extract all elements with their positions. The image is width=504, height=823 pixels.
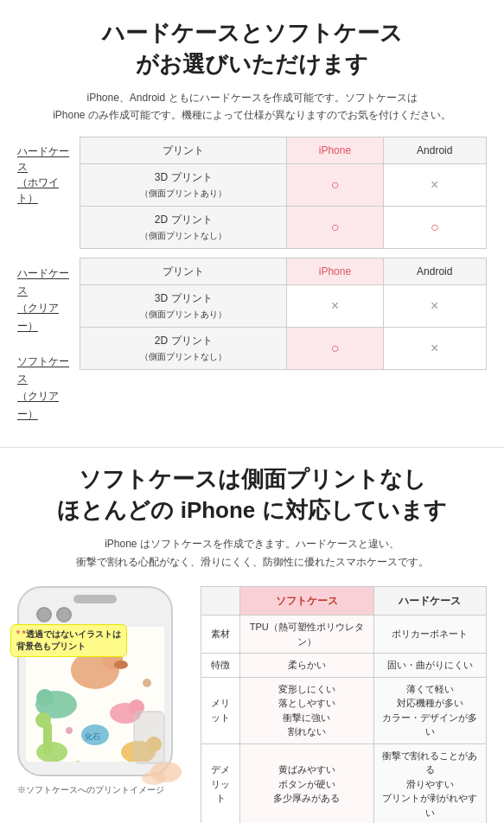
table1: プリント iPhone Android 3D プリント（側面プリントあり） ○ … xyxy=(80,137,487,249)
col-android-2: Android xyxy=(383,258,486,284)
cell-hard-material: ポリカーボネート xyxy=(373,616,486,654)
cell-print: 3D プリント（側面プリントあり） xyxy=(80,163,287,206)
lower-area: *透過ではないイラストは背景色もプリント xyxy=(17,586,487,823)
table1-outer: ハードケース（ホワイト） プリント iPhone Android 3D プリント… xyxy=(17,137,487,249)
section2: ソフトケースは側面プリントなしほとんどの iPhone に対応しています iPh… xyxy=(0,463,504,823)
camera-lens-1 xyxy=(36,607,52,622)
table-row-merit: メリット 変形しにくい落としやすい衝撃に強い割れない 薄くて軽い対応機種が多いカ… xyxy=(201,677,487,743)
col-iphone-2: iPhone xyxy=(287,258,383,284)
phone-image-column: *透過ではないイラストは背景色もプリント xyxy=(17,586,190,796)
section2-desc: iPhone はソフトケースを作成できます。ハードケースと違い、 衝撃で割れる心… xyxy=(17,535,487,572)
table-row: 2D プリント（側面プリントなし） ○ ○ xyxy=(80,206,487,248)
cell-soft-merit: 変形しにくい落としやすい衝撃に強い割れない xyxy=(240,677,374,743)
cell-iphone: ○ xyxy=(287,163,383,206)
section1-title: ハードケースとソフトケースがお選びいただけます xyxy=(17,17,487,80)
cell-soft-feature: 柔らかい xyxy=(240,654,374,678)
section2-title: ソフトケースは側面プリントなしほとんどの iPhone に対応しています xyxy=(17,463,487,526)
svg-point-20 xyxy=(142,771,166,785)
col-android-1: Android xyxy=(383,137,486,163)
hard-white-label: ハードケース（ホワイト） xyxy=(17,145,69,204)
col-empty xyxy=(201,587,240,616)
section1: ハードケースとソフトケースがお選びいただけます iPhone、Android と… xyxy=(0,0,504,431)
col-iphone-1: iPhone xyxy=(287,137,383,163)
cell-android: × xyxy=(383,327,486,369)
label-demerit: デメリット xyxy=(201,743,240,823)
svg-point-3 xyxy=(114,660,128,669)
cell-hard-feature: 固い・曲がりにくい xyxy=(373,654,486,678)
cell-soft-demerit: 黄ばみやすいボタンが硬い多少厚みがある xyxy=(240,743,374,823)
table2-outer: ハードケース（クリアー） ソフトケース（クリアー） プリント iPhone An… xyxy=(17,258,487,424)
soft-clear-label: ソフトケース（クリアー） xyxy=(17,355,69,420)
table2-side-label: ハードケース（クリアー） ソフトケース（クリアー） xyxy=(17,258,80,424)
cell-iphone: ○ xyxy=(287,327,383,369)
table2: プリント iPhone Android 3D プリント（側面プリントあり） × … xyxy=(80,258,487,370)
table-row-material: 素材 TPU（熱可塑性ポリウレタン） ポリカーボネート xyxy=(201,616,487,654)
cell-print: 3D プリント（側面プリントあり） xyxy=(80,284,287,327)
table-row: 3D プリント（側面プリントあり） ○ × xyxy=(80,163,487,206)
svg-rect-18 xyxy=(134,711,164,763)
col-soft-case: ソフトケース xyxy=(240,587,374,616)
sticker-note: *透過ではないイラストは背景色もプリント xyxy=(10,624,127,657)
camera-lens-2 xyxy=(56,607,72,622)
table-row-feature: 特徴 柔らかい 固い・曲がりにくい xyxy=(201,654,487,678)
label-material: 素材 xyxy=(201,616,240,654)
cell-hard-demerit: 衝撃で割れることがある滑りやすいプリントが剥がれやすい xyxy=(373,743,486,823)
col-print: プリント xyxy=(80,137,287,163)
cell-android: × xyxy=(383,284,486,327)
section1-desc: iPhone、Android ともにハードケースを作成可能です。ソフトケースは … xyxy=(17,89,487,124)
hard-clear-label: ハードケース（クリアー） xyxy=(17,267,69,332)
phone-camera xyxy=(36,607,72,622)
svg-text:化石: 化石 xyxy=(85,732,100,741)
cell-android: ○ xyxy=(383,206,486,248)
section-divider xyxy=(0,447,504,448)
col-print-2: プリント xyxy=(80,258,287,284)
hand-holding-phone xyxy=(121,707,182,785)
cell-print: 2D プリント（側面プリントなし） xyxy=(80,206,287,248)
comparison-table-column: ソフトケース ハードケース 素材 TPU（熱可塑性ポリウレタン） ポリカーボネー… xyxy=(201,586,487,823)
table-row: 3D プリント（側面プリントあり） × × xyxy=(80,284,487,327)
cell-android: × xyxy=(383,163,486,206)
table-row-demerit: デメリット 黄ばみやすいボタンが硬い多少厚みがある 衝撃で割れることがある滑りや… xyxy=(201,743,487,823)
svg-point-8 xyxy=(35,712,51,728)
cell-hard-merit: 薄くて軽い対応機種が多いカラー・デザインが多い xyxy=(373,677,486,743)
phone-caption: ※ソフトケースへのプリントイメージ xyxy=(17,784,190,796)
cell-soft-material: TPU（熱可塑性ポリウレタン） xyxy=(240,616,374,654)
cell-print: 2D プリント（側面プリントなし） xyxy=(80,327,287,369)
col-hard-case: ハードケース xyxy=(373,587,486,616)
table-row: 2D プリント（側面プリントなし） ○ × xyxy=(80,327,487,369)
svg-point-17 xyxy=(66,727,73,734)
cell-iphone: ○ xyxy=(287,206,383,248)
table1-side-label: ハードケース（ホワイト） xyxy=(17,137,80,206)
svg-point-5 xyxy=(36,689,54,706)
comparison-table: ソフトケース ハードケース 素材 TPU（熱可塑性ポリウレタン） ポリカーボネー… xyxy=(201,586,487,823)
svg-point-16 xyxy=(143,679,151,687)
label-merit: メリット xyxy=(201,677,240,743)
phone-notch xyxy=(73,595,117,603)
label-feature: 特徴 xyxy=(201,654,240,678)
cell-iphone: × xyxy=(287,284,383,327)
